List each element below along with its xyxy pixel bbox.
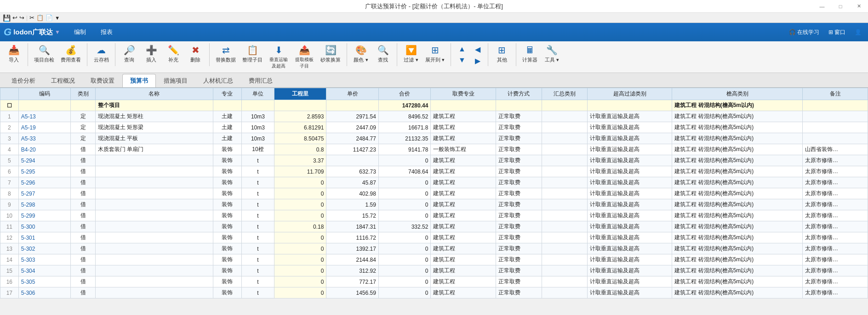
row-code[interactable]: 5-300: [18, 221, 71, 232]
tab-labor-material[interactable]: 人材机汇总: [195, 74, 241, 87]
quick-undo[interactable]: ↩: [12, 14, 17, 21]
row-quantity[interactable]: 0: [274, 276, 326, 287]
row-height-filter: 计取垂直运输及超高: [587, 254, 672, 265]
row-code[interactable]: A5-13: [18, 111, 71, 122]
row-calc-method: 正常取费: [496, 232, 542, 243]
close-button[interactable]: ✕: [850, 0, 868, 13]
import-button[interactable]: 📥 导入: [4, 43, 24, 65]
online-learning[interactable]: 🎧 在线学习: [786, 28, 822, 37]
vertical-button[interactable]: ⬇ 垂直运输及超高: [267, 43, 291, 71]
row-code[interactable]: 5-298: [18, 199, 71, 210]
row-code[interactable]: 5-301: [18, 232, 71, 243]
logo-dropdown-icon[interactable]: ▼: [55, 29, 60, 35]
row-quantity[interactable]: 0: [274, 188, 326, 199]
row-code[interactable]: 5-306: [18, 287, 71, 298]
find-button[interactable]: 🔍 查找: [373, 43, 393, 65]
row-code[interactable]: A5-19: [18, 122, 71, 133]
filter-button[interactable]: 🔽 过滤 ▾: [401, 43, 421, 65]
menu-edit[interactable]: 编制: [68, 26, 92, 38]
row-quantity[interactable]: 2.8593: [274, 111, 326, 122]
row-notes: [803, 122, 868, 133]
tab-fee-settings[interactable]: 取费设置: [83, 74, 122, 87]
tools-button[interactable]: 🔧 工具 ▾: [542, 43, 562, 65]
row-quantity[interactable]: 0: [274, 232, 326, 243]
logo-icon: G: [4, 26, 11, 38]
move-right-button[interactable]: ▶: [473, 56, 482, 66]
insert-button[interactable]: ➕ 插入: [141, 43, 161, 65]
user-menu[interactable]: 👤: [852, 28, 864, 36]
row-quantity[interactable]: 0: [274, 210, 326, 221]
other-button[interactable]: ⊞ 其他: [492, 43, 512, 65]
organize-button[interactable]: 📋 整理子目: [240, 43, 265, 65]
row-code[interactable]: 5-296: [18, 177, 71, 188]
calculator-button[interactable]: 🖩 计算器: [520, 43, 540, 65]
table-row: 8 5-297 借 装饰 t 0 402.98 0 建筑工程 正常取费 计取垂直…: [0, 188, 868, 199]
minimize-button[interactable]: —: [813, 0, 831, 13]
color-button[interactable]: 🎨 颜色 ▾: [351, 43, 371, 65]
extract-label: 提取模板子目: [295, 56, 314, 69]
quick-save[interactable]: 💾: [3, 14, 11, 22]
tab-cost-analysis[interactable]: 造价分析: [4, 74, 43, 87]
move-left-button[interactable]: ◀: [473, 44, 482, 55]
row-quantity[interactable]: 11.709: [274, 166, 326, 177]
row-code[interactable]: 5-303: [18, 254, 71, 265]
cloud-save-button[interactable]: ☁ 云存档: [91, 43, 111, 65]
tab-budget-book[interactable]: 预算书: [122, 74, 156, 87]
tab-fee-summary[interactable]: 费用汇总: [241, 74, 280, 87]
quick-paste[interactable]: 📄: [46, 14, 53, 21]
replace-button[interactable]: ⇄ 替换数据: [213, 43, 238, 65]
move-up-button[interactable]: ▲: [457, 44, 468, 54]
quick-copy[interactable]: 📋: [36, 14, 44, 21]
row-summary-type: [542, 287, 587, 298]
quick-cut[interactable]: ✂: [29, 14, 34, 21]
maximize-button[interactable]: □: [831, 0, 850, 13]
row-total: 0: [378, 232, 431, 243]
row-quantity[interactable]: 0: [274, 177, 326, 188]
row-quantity[interactable]: 8.50475: [274, 133, 326, 144]
row-code[interactable]: A5-33: [18, 133, 71, 144]
menu-report[interactable]: 报表: [94, 26, 119, 38]
row-quantity[interactable]: 6.81291: [274, 122, 326, 133]
row-quantity[interactable]: 0: [274, 243, 326, 254]
mortar-button[interactable]: 🔄 砂浆换算: [318, 43, 343, 65]
row-quantity[interactable]: 0: [274, 199, 326, 210]
row-code[interactable]: 5-294: [18, 155, 71, 166]
row-quantity[interactable]: 0: [274, 287, 326, 298]
menu-right: 🎧 在线学习 ⊞ 窗口 👤: [786, 28, 864, 37]
tab-measures[interactable]: 措施项目: [156, 74, 195, 87]
row-type: 借: [71, 144, 96, 155]
row-code[interactable]: 5-304: [18, 265, 71, 276]
fill-button[interactable]: ✏️ 补充: [163, 43, 183, 65]
row-code[interactable]: 5-302: [18, 243, 71, 254]
quick-redo[interactable]: ↪: [19, 14, 24, 21]
row-code[interactable]: 5-295: [18, 166, 71, 177]
row-notes: 太原市修缮…: [803, 265, 868, 276]
col-calc-method: 计费方式: [496, 88, 542, 100]
row-code[interactable]: 5-299: [18, 210, 71, 221]
row-height-filter: 计取垂直运输及超高: [587, 111, 672, 122]
table-row: 3 A5-33 定 现浇混凝土 平板 土建 10m3 8.50475 2484.…: [0, 133, 868, 144]
row-height-type: 建筑工程 砖混结构(檐高5m以内): [672, 276, 803, 287]
tab-project-overview[interactable]: 工程概况: [43, 74, 83, 87]
move-down-button[interactable]: ▼: [457, 55, 468, 65]
row-quantity[interactable]: 0: [274, 265, 326, 276]
row-quantity[interactable]: 3.37: [274, 155, 326, 166]
table-row: 11 5-300 借 装饰 t 0.18 1847.31 332.52 建筑工程…: [0, 221, 868, 232]
expand-button[interactable]: ⊞ 展开到 ▾: [423, 43, 447, 65]
window-menu[interactable]: ⊞ 窗口: [826, 28, 848, 37]
project-check-button[interactable]: 🔍 项目自检: [32, 43, 57, 65]
extract-button[interactable]: 📤 提取模板子目: [292, 43, 316, 71]
table-body: ☐ 整个项目 147280.44 建筑工程 砖混结构(檐高5m以内) 1 A5-…: [0, 100, 868, 298]
row-code[interactable]: B4-20: [18, 144, 71, 155]
row-unit: t: [241, 210, 274, 221]
query-button[interactable]: 🔎 查询: [119, 43, 139, 65]
total-expand[interactable]: ☐: [0, 100, 19, 111]
row-code[interactable]: 5-305: [18, 276, 71, 287]
row-quantity[interactable]: 0: [274, 254, 326, 265]
delete-button[interactable]: ✖ 删除: [185, 43, 206, 65]
row-quantity[interactable]: 0.18: [274, 221, 326, 232]
quick-more[interactable]: ▼: [55, 15, 60, 21]
row-code[interactable]: 5-297: [18, 188, 71, 199]
row-quantity[interactable]: 0.8: [274, 144, 326, 155]
fee-view-button[interactable]: 💰 费用查看: [58, 43, 83, 65]
